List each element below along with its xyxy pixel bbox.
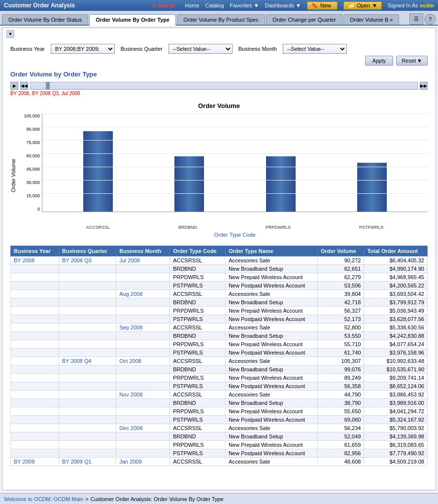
tab-order-volume-product[interactable]: Order Volume By Product Spec: [177, 14, 265, 25]
cell-by: [11, 307, 59, 315]
status-path: Customer Order Analysis: Order Volume By…: [91, 496, 224, 502]
cell-by: [11, 290, 59, 298]
slider-thumb[interactable]: [46, 82, 50, 89]
business-month-select[interactable]: --Select Value--: [283, 44, 347, 54]
home-link[interactable]: Home: [185, 2, 199, 8]
bar-pstpwrls-rect[interactable]: [357, 163, 387, 212]
cell-amount: $3,799,912.79: [364, 298, 428, 307]
tab-order-volume-status[interactable]: Order Volume By Order Status: [2, 14, 88, 25]
cell-vol: 105,307: [317, 357, 364, 365]
cell-amount: $8,652,124.06: [364, 382, 428, 391]
cell-name: Accessories Sale: [225, 458, 317, 466]
cell-bm[interactable]: Oct 2008: [116, 357, 170, 365]
catalog-link[interactable]: Catalog: [205, 2, 224, 8]
cell-bq[interactable]: BY 2008 Q4: [59, 357, 116, 365]
business-year-select[interactable]: BY 2008;BY 2009;: [51, 44, 115, 54]
table-row: BRDBND New Broadband Setup 38,790 $3,989…: [11, 399, 428, 407]
cell-bm[interactable]: Jul 2008: [116, 256, 170, 265]
cell-by: [11, 324, 59, 332]
reset-button[interactable]: Reset ▼: [396, 56, 428, 66]
table-body: BY 2008 BY 2008 Q3 Jul 2008 ACCSRSSL Acc…: [11, 256, 428, 466]
cell-by: [11, 391, 59, 399]
cell-bm[interactable]: Sep 2008: [116, 324, 170, 332]
new-button[interactable]: 🔖 New: [307, 1, 337, 10]
gridline-5: [42, 167, 428, 167]
favorites-dropdown[interactable]: Favorites ▼: [230, 2, 259, 8]
apply-button[interactable]: Apply: [365, 56, 394, 66]
collapse-button[interactable]: ▼: [6, 30, 14, 38]
cell-bm: [116, 382, 170, 391]
cell-name: New Postpaid Wireless Account: [225, 349, 317, 357]
cell-amount: $4,968,965.45: [364, 273, 428, 282]
app-title: Customer Order Analysis: [4, 2, 152, 9]
cell-bq: [59, 282, 116, 290]
cell-by: [11, 365, 59, 374]
th-business-quarter: Business Quarter: [59, 246, 116, 256]
cell-code: ACCSRSSL: [170, 391, 226, 399]
x-label-accsrssl: ACCSRSSL: [86, 225, 110, 230]
cell-code: BRDBND: [170, 298, 226, 307]
business-quarter-select[interactable]: --Select Value--: [168, 44, 233, 54]
cell-bm[interactable]: Aug 2008: [116, 290, 170, 298]
cell-by: [11, 340, 59, 349]
table-row: BRDBND New Broadband Setup 62,651 $4,990…: [11, 265, 428, 273]
cell-amount: $4,990,174.90: [364, 265, 428, 273]
cell-code: BRDBND: [170, 265, 226, 273]
cell-bq[interactable]: BY 2009 Q1: [59, 458, 116, 466]
tab-order-change-quarter[interactable]: Order Change per Quarter: [266, 14, 342, 25]
cell-name: New Broadband Setup: [225, 298, 317, 307]
cell-bm: [116, 307, 170, 315]
new-icon: 🔖: [311, 2, 318, 9]
cell-bm: [116, 282, 170, 290]
cell-name: New Prepaid Wireless Account: [225, 273, 317, 282]
play-button[interactable]: ▶: [10, 82, 18, 90]
back-button[interactable]: ◀◀: [20, 82, 28, 90]
cell-by[interactable]: BY 2009: [11, 458, 59, 466]
help-button[interactable]: ?: [424, 14, 436, 25]
bar-brdbnd[interactable]: [174, 156, 204, 212]
cell-bm[interactable]: Jan 2009: [116, 458, 170, 466]
cell-by: [11, 407, 59, 416]
gridline-1: [42, 113, 428, 114]
tab-order-volume-b[interactable]: Order Volume B »: [343, 14, 399, 25]
dashboards-dropdown[interactable]: Dashboards ▼: [265, 2, 301, 8]
cell-name: New Prepaid Wireless Account: [225, 441, 317, 449]
tab-more-button[interactable]: ☰: [409, 13, 423, 25]
cell-bm: [116, 298, 170, 307]
cell-bq: [59, 441, 116, 449]
cell-by: [11, 298, 59, 307]
status-home-link[interactable]: Welcome to OCDM: OCDM Main: [4, 496, 83, 502]
table-row: PSTPWRLS New Postpaid Wireless Account 5…: [11, 282, 428, 290]
cell-name: New Prepaid Wireless Account: [225, 340, 317, 349]
table-row: PSTPWRLS New Postpaid Wireless Account 8…: [11, 449, 428, 458]
forward-button[interactable]: ▶▶: [420, 82, 428, 90]
cell-bq[interactable]: BY 2008 Q3: [59, 256, 116, 265]
filters-actions: Apply Reset ▼: [2, 56, 436, 69]
open-button[interactable]: 📁 Open ▼: [343, 1, 382, 10]
bar-pstpwrls[interactable]: [357, 163, 387, 212]
nav-links: Alerts! Home Catalog Favorites ▼ Dashboa…: [152, 1, 434, 10]
slider-track[interactable]: [30, 82, 418, 90]
slider-area: ▶ ◀◀ ▶▶ BY 2008, BY 2008 Q3, Jul 2008: [2, 82, 436, 98]
cell-name: New Postpaid Wireless Account: [225, 282, 317, 290]
bar-accsrssl-rect[interactable]: [83, 131, 113, 212]
cell-by: [11, 273, 59, 282]
cell-code: BRDBND: [170, 365, 226, 374]
cell-bm[interactable]: Nov 2008: [116, 391, 170, 399]
cell-by[interactable]: BY 2008: [11, 256, 59, 265]
cell-vol: 42,718: [317, 298, 364, 307]
cell-bq: [59, 449, 116, 458]
cell-vol: 62,651: [317, 265, 364, 273]
cell-amount: $10,535,671.90: [364, 365, 428, 374]
cell-code: PSTPWRLS: [170, 449, 226, 458]
alert-badge[interactable]: Alerts!: [152, 2, 175, 9]
table-row: Sep 2008 ACCSRSSL Accessories Sale 52,80…: [11, 324, 428, 332]
bar-prpdwrls-rect[interactable]: [266, 156, 296, 212]
tab-order-volume-type[interactable]: Order Volume By Order Type: [89, 14, 176, 26]
bar-brdbnd-rect[interactable]: [174, 156, 204, 212]
cell-vol: 39,804: [317, 290, 364, 298]
table-row: BY 2009 BY 2009 Q1 Jan 2009 ACCSRSSL Acc…: [11, 458, 428, 466]
bar-accsrssl[interactable]: [83, 131, 113, 212]
bar-prpdwrls[interactable]: [266, 156, 296, 212]
cell-bm[interactable]: Dec 2008: [116, 424, 170, 432]
